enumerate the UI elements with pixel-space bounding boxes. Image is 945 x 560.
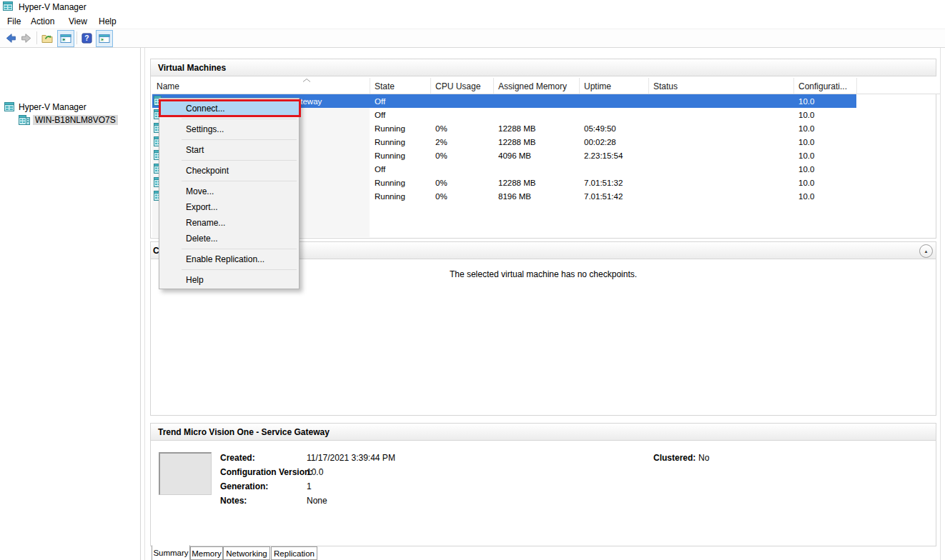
toolbar: [0, 29, 945, 48]
virtual-machines-header: Virtual Machines: [151, 59, 936, 76]
context-menu-item-help[interactable]: Help: [159, 272, 299, 288]
toolbar-separator: [36, 31, 37, 44]
tree-root-hyper-v-manager[interactable]: Hyper-V Manager: [4, 101, 86, 114]
details-header: Trend Micro Vision One - Service Gateway: [151, 424, 936, 441]
clustered-value: No: [698, 453, 709, 463]
help-button[interactable]: [79, 30, 94, 46]
console-tree-toggle-button[interactable]: [57, 30, 74, 47]
tree-item-server[interactable]: WIN-B18NLM8VO7S: [19, 114, 118, 126]
tab-replication[interactable]: Replication: [271, 546, 317, 560]
help-icon: [81, 33, 92, 44]
server-icon: [19, 114, 30, 126]
menu-separator: [159, 179, 299, 184]
console-tree-icon: [60, 33, 71, 44]
folder-icon: [41, 32, 53, 44]
action-pane-icon: [99, 33, 110, 44]
notes-label: Notes:: [220, 496, 247, 506]
menu-separator: [159, 137, 299, 142]
vm-context-menu: Connect... Settings... Start Checkpoint …: [159, 98, 300, 289]
config-version-label: Configuration Version:: [220, 467, 312, 477]
context-menu-item-start[interactable]: Start: [159, 142, 299, 158]
context-menu-item-checkpoint[interactable]: Checkpoint: [159, 163, 299, 179]
clustered-label: Clustered:: [653, 453, 696, 463]
context-menu-item-enable-replication[interactable]: Enable Replication...: [159, 251, 299, 267]
details-title: Trend Micro Vision One - Service Gateway: [158, 427, 330, 437]
config-version-value: 10.0: [307, 467, 323, 477]
context-menu-item-settings[interactable]: Settings...: [159, 121, 299, 137]
vm-details-panel: Trend Micro Vision One - Service Gateway…: [150, 423, 936, 546]
context-menu-item-rename[interactable]: Rename...: [159, 215, 299, 231]
generation-value: 1: [307, 481, 312, 491]
collapse-panel-button[interactable]: ▲: [919, 244, 933, 258]
context-menu-item-move[interactable]: Move...: [159, 184, 299, 199]
app-icon: [3, 1, 14, 12]
menu-separator: [159, 246, 299, 251]
tree-root-label: Hyper-V Manager: [19, 102, 86, 112]
console-tree-pane: Hyper-V Manager WIN-B18NLM8VO7S: [0, 48, 141, 560]
context-menu-item-connect[interactable]: Connect...: [159, 101, 299, 116]
sort-ascending-icon: [302, 78, 312, 83]
tree-server-label: WIN-B18NLM8VO7S: [33, 115, 118, 125]
back-button[interactable]: [2, 30, 18, 46]
back-icon: [4, 32, 16, 44]
forward-icon: [21, 32, 33, 44]
hyper-v-manager-window: Hyper-V Manager File Action View Help Hy…: [0, 0, 945, 560]
generation-label: Generation:: [220, 481, 268, 491]
created-value: 11/17/2021 3:39:44 PM: [307, 453, 395, 463]
tab-summary[interactable]: Summary: [152, 545, 190, 560]
menu-separator: [159, 158, 299, 163]
column-header-cpu[interactable]: CPU Usage: [435, 79, 480, 94]
column-header-name[interactable]: Name: [157, 79, 179, 94]
menu-file[interactable]: File: [4, 14, 24, 29]
action-pane-toggle-button[interactable]: [96, 30, 113, 47]
virtual-machines-title: Virtual Machines: [158, 63, 226, 73]
title-bar: Hyper-V Manager: [0, 0, 945, 14]
notes-value: None: [307, 496, 327, 506]
window-title: Hyper-V Manager: [19, 0, 86, 14]
menu-separator: [159, 116, 299, 121]
tab-memory[interactable]: Memory: [190, 546, 223, 560]
menu-view[interactable]: View: [66, 14, 90, 29]
export-list-button[interactable]: [39, 30, 55, 46]
forward-button[interactable]: [19, 30, 34, 46]
menu-action[interactable]: Action: [28, 14, 57, 29]
vm-thumbnail: [159, 452, 212, 495]
column-header-uptime[interactable]: Uptime: [584, 79, 611, 94]
created-label: Created:: [220, 453, 255, 463]
menu-separator: [159, 267, 299, 272]
pane-border: [940, 48, 941, 560]
column-header-state[interactable]: State: [375, 79, 395, 94]
vm-table-header: Name State CPU Usage Assigned Memory Upt…: [152, 76, 940, 94]
context-menu-item-export[interactable]: Export...: [159, 199, 299, 215]
column-header-status[interactable]: Status: [653, 79, 678, 94]
column-header-memory[interactable]: Assigned Memory: [498, 79, 567, 94]
hyper-v-manager-icon: [4, 101, 16, 113]
pane-divider: [144, 48, 145, 560]
context-menu-item-delete[interactable]: Delete...: [159, 231, 299, 246]
column-header-config[interactable]: Configurati...: [798, 79, 847, 94]
chevron-up-icon: ▲: [924, 249, 929, 254]
menu-help[interactable]: Help: [96, 14, 119, 29]
menu-bar: File Action View Help: [0, 14, 945, 29]
details-tab-strip: Summary Memory Networking Replication: [150, 545, 935, 560]
tab-networking[interactable]: Networking: [223, 546, 270, 560]
toolbar-separator: [76, 31, 77, 44]
